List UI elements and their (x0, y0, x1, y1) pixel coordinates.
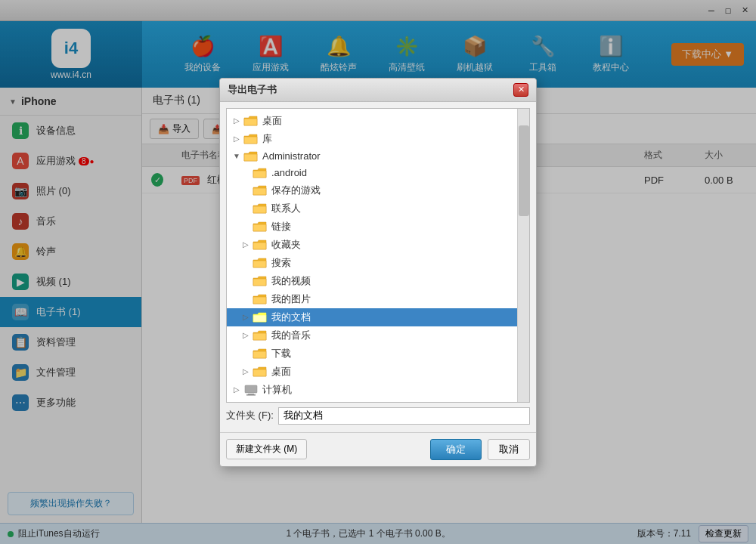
svg-rect-2 (246, 394, 256, 396)
tree-item-contacts[interactable]: 联系人 (227, 199, 517, 218)
expand-icon (240, 276, 251, 286)
tree-item-favorites[interactable]: ▷ 收藏夹 (227, 236, 517, 254)
tree-label: 保存的游戏 (271, 184, 321, 197)
tree-label: 下载 (271, 347, 291, 360)
tree-item-search[interactable]: 搜索 (227, 254, 517, 272)
tree-item-mydocs[interactable]: ▷ 我的文档 (227, 308, 517, 326)
tree-item-myvideo[interactable]: 我的视频 (227, 272, 517, 290)
tree-item-desktop2[interactable]: ▷ 桌面 (227, 363, 517, 381)
expand-icon: ▷ (240, 366, 251, 377)
folder-icon (253, 366, 268, 378)
tree-label: 我的文档 (271, 311, 311, 324)
tree-item-android[interactable]: .android (227, 165, 517, 181)
tree-label: 搜索 (271, 256, 291, 270)
tree-item-library[interactable]: ▷ 库 (227, 130, 517, 148)
ok-button[interactable]: 确定 (430, 439, 482, 460)
expand-icon (240, 203, 251, 214)
expand-icon: ▷ (240, 330, 251, 341)
tree-item-mypictures[interactable]: 我的图片 (227, 290, 517, 308)
tree-list: ▷ 桌面 ▷ 库 ▼ (227, 109, 517, 402)
tree-label: 我的图片 (271, 292, 311, 306)
folder-icon (253, 239, 268, 251)
folder-icon (253, 257, 268, 269)
expand-icon (240, 348, 251, 359)
expand-icon: ▷ (240, 240, 251, 250)
folder-icon (253, 202, 268, 215)
tree-item-administrator[interactable]: ▼ Administrator (227, 148, 517, 165)
path-row: 文件夹 (F): (226, 407, 530, 425)
dialog-titlebar: 导出电子书 ✕ (220, 79, 536, 102)
tree-item-mymusic[interactable]: ▷ 我的音乐 (227, 326, 517, 345)
path-input[interactable] (278, 407, 530, 425)
expand-icon (240, 185, 251, 196)
new-folder-button[interactable]: 新建文件夹 (M) (226, 439, 307, 459)
tree-item-savedgames[interactable]: 保存的游戏 (227, 181, 517, 199)
tree-item-desktop1[interactable]: ▷ 桌面 (227, 112, 517, 130)
expand-icon (240, 221, 251, 232)
folder-icon (253, 329, 268, 342)
tree-label: 库 (262, 132, 272, 146)
folder-icon (253, 348, 268, 360)
expand-icon (240, 294, 251, 304)
tree-item-computer[interactable]: ▷ 计算机 (227, 381, 517, 399)
export-dialog: 导出电子书 ✕ ▷ 桌面 ▷ (219, 78, 537, 467)
tree-label: .android (271, 167, 307, 178)
tree-label: 链接 (271, 220, 291, 233)
tree-label: 收藏夹 (271, 238, 301, 252)
folder-icon (253, 275, 268, 287)
tree-item-links[interactable]: 链接 (227, 218, 517, 236)
expand-icon: ▷ (231, 385, 242, 395)
dialog-footer: 新建文件夹 (M) 确定 取消 (220, 432, 536, 466)
tree-label: 联系人 (271, 202, 301, 215)
expand-icon: ▷ (231, 134, 242, 144)
tree-scrollbar[interactable] (517, 109, 529, 402)
tree-label: 桌面 (271, 365, 291, 379)
svg-rect-0 (245, 385, 257, 393)
expand-icon (240, 168, 251, 178)
tree-container: ▷ 桌面 ▷ 库 ▼ (226, 108, 530, 403)
computer-icon (243, 384, 259, 396)
cancel-button[interactable]: 取消 (488, 439, 530, 460)
tree-label: 我的视频 (271, 274, 311, 288)
tree-label: Administrator (262, 150, 321, 162)
scrollbar-thumb[interactable] (519, 125, 529, 216)
dialog-title: 导出电子书 (228, 83, 277, 97)
folder-icon (253, 293, 268, 305)
tree-label: 桌面 (262, 114, 282, 128)
expand-icon: ▷ (231, 116, 242, 126)
expand-icon (240, 258, 251, 268)
folder-icon (253, 221, 268, 233)
folder-icon (243, 115, 259, 127)
expand-icon: ▷ (240, 312, 251, 323)
folder-icon (243, 133, 259, 145)
dialog-overlay: 导出电子书 ✕ ▷ 桌面 ▷ (0, 0, 756, 544)
folder-icon (253, 167, 268, 179)
folder-icon (253, 184, 268, 196)
dialog-body: ▷ 桌面 ▷ 库 ▼ (220, 102, 536, 431)
tree-item-downloads[interactable]: 下载 (227, 345, 517, 363)
folder-icon (253, 311, 268, 323)
path-label: 文件夹 (F): (226, 409, 274, 422)
tree-label: 我的音乐 (271, 329, 311, 342)
folder-icon (243, 150, 259, 162)
tree-label: 计算机 (262, 383, 292, 397)
expand-icon: ▼ (231, 151, 242, 162)
dialog-close-button[interactable]: ✕ (513, 83, 528, 97)
